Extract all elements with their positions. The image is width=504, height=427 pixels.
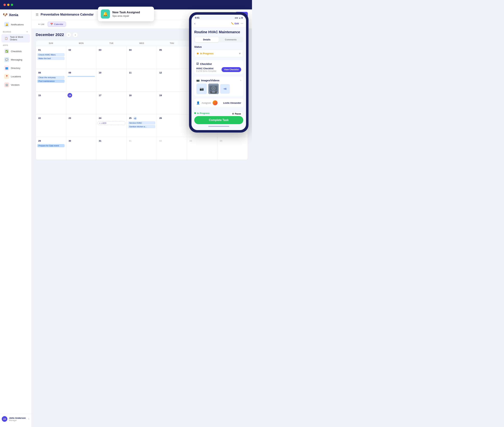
phone-mockup: 9:41 ●●● ▲ ▮ ‹ ✏️ Edit ··· Routine HVAC … <box>189 12 249 133</box>
signal-icon: ●●● <box>235 17 238 19</box>
bell-icon: 🔔 <box>103 12 108 16</box>
phone-tab-comments[interactable]: Comments <box>219 37 243 42</box>
cal-task-bed[interactable]: Make the bed <box>37 57 64 60</box>
phone-content: Routine HVAC Maintenance Details Comment… <box>191 27 246 110</box>
cal-date-jan01: 01 <box>128 138 133 143</box>
day-header-mon: MON <box>66 40 96 46</box>
cal-date-jan02: 02 <box>158 138 163 143</box>
notification-title: New Task Assigned <box>112 11 140 14</box>
phone-status-label: Status <box>194 46 243 48</box>
cal-cell-dec26: 26 <box>157 114 187 137</box>
images-chevron-icon[interactable]: › <box>240 79 241 82</box>
cal-cell-dec03: 03 <box>96 46 127 69</box>
phone-task-title: Routine HVAC Maintenance <box>194 30 243 34</box>
view-checklist-button[interactable]: View Checklist <box>221 67 241 72</box>
hamburger-icon[interactable]: ☰ <box>36 13 39 17</box>
vendors-label: Vendors <box>11 84 20 86</box>
cal-date-15: 15 <box>37 93 42 98</box>
camera-placeholder[interactable]: 📷 <box>196 84 207 94</box>
cal-date-19: 19 <box>158 93 163 98</box>
cal-date-09: 09 <box>68 70 72 75</box>
sidebar-item-locations[interactable]: 📍 Locations <box>1 72 30 80</box>
phone-nav-bar: ‹ ✏️ Edit ··· <box>191 20 246 27</box>
phone-back-button[interactable]: ‹ <box>194 22 195 25</box>
phone-more-button[interactable]: ··· <box>241 22 243 25</box>
cal-task-service-hvac[interactable]: Service HVAC <box>128 121 155 124</box>
cal-task-hvac[interactable]: Check HVAC filters <box>37 53 64 56</box>
pencil-icon: ✏️ <box>231 22 234 25</box>
camera-icon: 📷 <box>196 79 200 82</box>
status-bottom-row: In Progress ⏸ Pause <box>194 112 243 116</box>
sidebar-item-messaging[interactable]: 💬 Messaging <box>1 56 30 64</box>
expand-collapse-icon[interactable]: ⇅ <box>28 418 30 420</box>
traffic-light-yellow[interactable] <box>7 4 9 6</box>
cal-cell-dec10: 10 <box>96 69 127 92</box>
calendar-label: Calendar <box>54 23 63 25</box>
calendar-month: December 2022 <box>36 32 64 37</box>
cal-task-gala[interactable]: Prepare for Gala event <box>37 144 64 147</box>
cal-cell-dec16: 16 <box>66 92 96 114</box>
boards-label: BOARDS <box>3 31 11 33</box>
status-dropdown[interactable]: In Progress ▾ <box>194 50 243 57</box>
next-month-button[interactable]: › <box>73 32 78 38</box>
plus-count-images[interactable]: +4 <box>220 84 230 94</box>
checklists-label: Checklists <box>11 50 22 53</box>
phone-home-indicator <box>208 126 229 127</box>
sidebar-item-vendors[interactable]: 🏢 Vendors <box>1 81 30 89</box>
boards-add-button[interactable]: + <box>26 30 29 33</box>
sidebar: 🐶 Xenia 🔔 Notifications BOARDS + 📋 Task … <box>0 9 32 427</box>
cal-cell-dec22: 22 <box>36 114 66 137</box>
hvac-photo[interactable] <box>208 84 219 94</box>
phone-tab-details[interactable]: Details <box>195 37 219 42</box>
sidebar-logo: 🐶 Xenia <box>0 13 31 20</box>
images-header-left: 📷 Images/Videos <box>196 79 220 82</box>
checklist-card: ☑ Checklist HVAC Checklist 0 of 50 Items… <box>194 60 243 74</box>
pause-button[interactable]: ⏸ Pause <box>230 112 243 116</box>
cal-date-11: 11 <box>128 70 133 75</box>
sidebar-item-task-work-orders[interactable]: 📋 Task & Work Orders <box>1 34 30 43</box>
cal-date-25: 25 <box>128 116 133 120</box>
phone-screen: 9:41 ●●● ▲ ▮ ‹ ✏️ Edit ··· Routine HVAC … <box>191 15 246 130</box>
sidebar-item-notifications[interactable]: 🔔 Notifications <box>1 21 30 29</box>
details-label: Details <box>203 38 211 41</box>
phone-tabs: Details Comments <box>194 37 243 43</box>
cal-task-pool[interactable]: Pool maintenance <box>37 80 64 83</box>
list-icon: ≡ <box>38 23 40 25</box>
header-left: ☰ Preventative Maintenance Calendar <box>36 13 94 17</box>
plus-count-badge[interactable]: +2 <box>133 117 137 120</box>
tab-list[interactable]: ≡ List <box>36 22 47 27</box>
cal-cell-dec24: 24 + + ADD <box>96 114 127 137</box>
checklist-progress: 0 of 50 Items Complete <box>196 70 216 72</box>
cal-task-pool-cont[interactable] <box>68 76 95 77</box>
checklist-info: HVAC Checklist 0 of 50 Items Complete <box>196 67 216 72</box>
add-task-button[interactable]: + + ADD <box>98 121 125 125</box>
status-text: In Progress <box>200 52 213 55</box>
tab-calendar[interactable]: 📅 Calendar <box>47 22 66 27</box>
phone-edit-button[interactable]: ✏️ Edit <box>231 22 239 25</box>
cal-task-sanitize[interactable]: Sanitize kitchen a... <box>128 125 155 128</box>
comments-label: Comments <box>225 38 236 41</box>
cal-cell-dec30: 30 <box>66 137 96 160</box>
cal-date-30: 30 <box>68 138 72 143</box>
images-section-label: Images/Videos <box>201 79 220 82</box>
assignee-label: Assignee <box>202 102 211 104</box>
page-title: Preventative Maintenance Calendar <box>41 13 94 16</box>
notification-icon-box: 🔔 <box>101 9 110 19</box>
locations-label: Locations <box>11 75 21 78</box>
complete-task-button[interactable]: Complete Task <box>194 116 243 124</box>
traffic-light-red[interactable] <box>3 4 6 6</box>
cal-cell-jan04: 04 <box>217 137 248 160</box>
cal-cell-dec01: 01 Check HVAC filters Make the bed <box>36 46 66 69</box>
add-task-label: + ADD <box>101 122 106 124</box>
cal-task-entryway[interactable]: Clean the entryway <box>37 76 64 79</box>
sidebar-item-directory[interactable]: 👥 Directory <box>1 64 30 72</box>
traffic-light-green[interactable] <box>11 4 13 6</box>
checklist-row: HVAC Checklist 0 of 50 Items Complete Vi… <box>196 67 241 72</box>
sidebar-item-checklists[interactable]: ✅ Checklists <box>1 47 30 55</box>
user-name: John Anderson <box>9 417 26 419</box>
assignee-avatar <box>213 100 218 105</box>
cal-date-01: 01 <box>37 47 42 52</box>
cal-cell-dec02: 02 <box>66 46 96 69</box>
prev-month-button[interactable]: ‹ <box>66 32 71 38</box>
sidebar-footer: JA John Anderson Manager ⇅ <box>0 414 31 424</box>
